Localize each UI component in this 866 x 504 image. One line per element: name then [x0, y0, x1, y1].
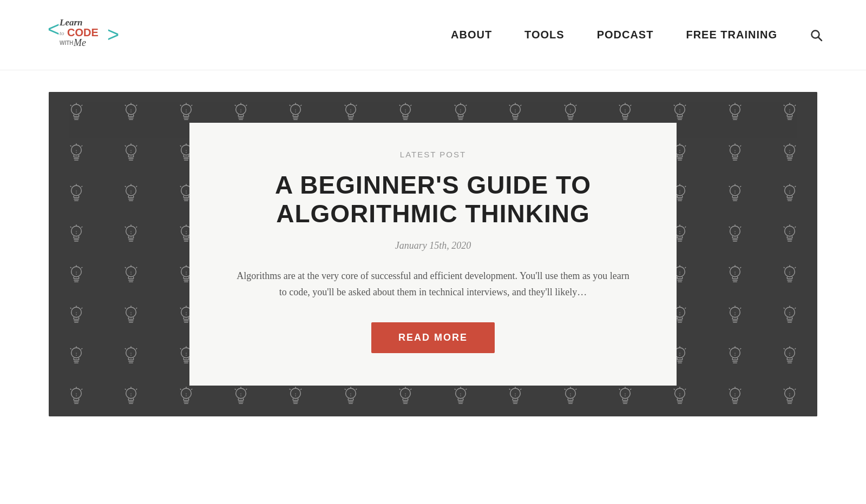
logo[interactable]: < Learn to CODE WITH Me > — [43, 8, 146, 62]
svg-point-119 — [675, 104, 685, 115]
svg-line-1066 — [455, 389, 456, 390]
svg-point-59 — [346, 104, 356, 115]
bulb-icon — [763, 214, 817, 254]
bulb-icon — [763, 254, 817, 295]
search-button[interactable] — [810, 29, 823, 42]
bulb-icon — [707, 173, 762, 214]
svg-line-17 — [81, 105, 82, 106]
svg-line-427 — [795, 186, 796, 187]
svg-text:<: < — [48, 18, 60, 41]
post-date: January 15th, 2020 — [233, 240, 633, 251]
svg-line-1026 — [235, 389, 236, 390]
svg-line-867 — [136, 348, 137, 349]
svg-point-69 — [401, 104, 411, 115]
svg-line-157 — [81, 145, 82, 147]
svg-line-166 — [125, 145, 126, 147]
svg-line-1096 — [619, 389, 620, 390]
svg-line-147 — [795, 105, 796, 106]
svg-line-1036 — [290, 389, 291, 390]
bulb-icon — [103, 376, 158, 416]
svg-line-56 — [290, 105, 291, 106]
svg-line-586 — [125, 267, 126, 268]
svg-line-1116 — [729, 389, 730, 390]
bulb-icon — [707, 132, 762, 173]
svg-text:to: to — [60, 30, 64, 36]
svg-line-306 — [125, 186, 126, 187]
svg-line-967 — [685, 348, 686, 349]
svg-line-116 — [619, 105, 620, 106]
logo-svg: < Learn to CODE WITH Me > — [43, 8, 146, 62]
svg-line-87 — [465, 105, 467, 106]
svg-line-1027 — [246, 389, 247, 390]
svg-line-1077 — [520, 389, 521, 390]
svg-line-856 — [70, 348, 71, 349]
svg-line-547 — [685, 227, 686, 228]
svg-line-827 — [685, 308, 686, 309]
svg-line-8 — [818, 37, 822, 41]
read-more-button[interactable]: READ MORE — [371, 322, 495, 353]
svg-line-986 — [784, 348, 785, 349]
bulb-icon — [707, 214, 762, 254]
svg-line-146 — [784, 105, 785, 106]
svg-line-26 — [125, 105, 126, 106]
svg-line-697 — [740, 267, 741, 268]
svg-line-567 — [795, 227, 796, 228]
svg-line-566 — [784, 227, 785, 228]
hero-card: LATEST POST A BEGINNER'S GUIDE TO ALGORI… — [189, 123, 677, 386]
svg-line-36 — [180, 105, 181, 106]
svg-line-846 — [784, 308, 785, 309]
svg-line-287 — [795, 145, 796, 147]
svg-point-109 — [620, 104, 631, 115]
svg-line-296 — [70, 186, 71, 187]
svg-line-407 — [685, 186, 686, 187]
svg-line-277 — [740, 145, 741, 147]
bulb-icon — [763, 376, 817, 416]
svg-line-557 — [740, 227, 741, 228]
svg-line-67 — [356, 105, 357, 106]
svg-text:WITH: WITH — [60, 40, 74, 46]
svg-line-456 — [180, 227, 181, 228]
svg-line-1067 — [465, 389, 467, 390]
svg-line-726 — [125, 308, 126, 309]
nav-about[interactable]: ABOUT — [451, 29, 492, 41]
svg-line-66 — [345, 105, 346, 106]
hero-section: LATEST POST A BEGINNER'S GUIDE TO ALGORI… — [49, 92, 817, 416]
svg-line-1057 — [411, 389, 412, 390]
svg-line-126 — [674, 105, 675, 106]
svg-line-1107 — [685, 389, 686, 390]
svg-line-857 — [81, 348, 82, 349]
svg-line-316 — [180, 186, 181, 187]
svg-point-29 — [181, 104, 191, 115]
svg-line-876 — [180, 348, 181, 349]
bulb-icon — [763, 295, 817, 335]
svg-line-1076 — [509, 389, 510, 390]
svg-line-1056 — [399, 389, 401, 390]
svg-point-49 — [291, 104, 301, 115]
svg-line-1086 — [564, 389, 565, 390]
svg-line-37 — [191, 105, 192, 106]
bulb-icon — [49, 214, 103, 254]
svg-line-57 — [301, 105, 302, 106]
svg-text:CODE: CODE — [67, 26, 99, 38]
svg-line-96 — [509, 105, 510, 106]
svg-line-137 — [740, 105, 741, 106]
nav-free-training[interactable]: FREE TRAINING — [686, 29, 777, 41]
svg-line-27 — [136, 105, 137, 106]
svg-point-39 — [236, 104, 246, 115]
svg-line-1037 — [301, 389, 302, 390]
svg-line-1117 — [740, 389, 741, 390]
bulb-icon — [49, 335, 103, 376]
svg-point-89 — [510, 104, 521, 115]
nav-podcast[interactable]: PODCAST — [597, 29, 654, 41]
bulb-icon — [707, 295, 762, 335]
svg-line-76 — [399, 105, 401, 106]
nav-tools[interactable]: TOOLS — [524, 29, 565, 41]
svg-line-437 — [81, 227, 82, 228]
svg-line-1047 — [356, 389, 357, 390]
svg-line-446 — [125, 227, 126, 228]
svg-line-696 — [729, 267, 730, 268]
bulb-icon — [49, 295, 103, 335]
svg-line-1097 — [630, 389, 631, 390]
svg-line-1016 — [180, 389, 181, 390]
svg-line-417 — [740, 186, 741, 187]
